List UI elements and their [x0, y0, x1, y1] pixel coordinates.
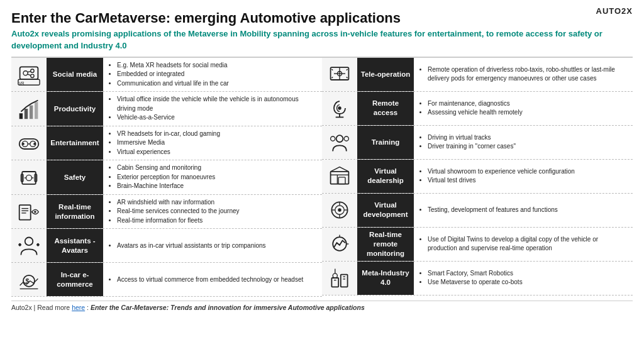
tele-operation-bullets: Remote operation of driverless robo-taxi…: [414, 58, 633, 91]
row-virtual-dealership: Virtual dealershipVirtual showroom to ex…: [322, 160, 633, 194]
bullet-item: Embedded or integrated: [117, 70, 317, 79]
ecommerce-icon: $: [11, 263, 47, 296]
assistants-bullets: Avatars as in-car virtual assistants or …: [103, 229, 322, 262]
left-column: VR Social mediaE.g. Meta XR headsets for…: [11, 58, 322, 297]
realtime-remote-bullets: Use of Digital Twins to develop a digita…: [414, 228, 633, 261]
bullet-item: For maintenance, diagnostics: [428, 99, 628, 109]
svg-point-49: [338, 209, 341, 212]
main-title: Enter the CarMetaverse: emerging Automot…: [11, 10, 633, 26]
svg-point-42: [344, 136, 348, 141]
row-real-time-info: Real-time informationAR windshield with …: [11, 195, 322, 229]
safety-label: Safety: [47, 160, 103, 194]
remote-access-bullets: For maintenance, diagnosticsAssessing ve…: [414, 92, 633, 125]
safety-icon: [11, 160, 47, 194]
bullet-item: Real-time services connected to the jour…: [117, 207, 317, 216]
svg-point-3: [31, 74, 34, 77]
productivity-icon: [11, 92, 47, 126]
bullet-item: Use of Digital Twins to develop a digita…: [428, 235, 628, 253]
training-label: Training: [357, 126, 414, 159]
realtime-remote-label: Real-time remote monitoring: [357, 228, 414, 261]
ecommerce-bullets: Access to virtual commerce from embedded…: [103, 263, 322, 296]
svg-rect-57: [331, 278, 338, 287]
svg-line-5: [28, 74, 31, 75]
footer-text: Auto2x | Read more here : Enter the Car-…: [11, 304, 365, 311]
productivity-label: Productivity: [47, 92, 103, 126]
row-assistants: Assistants - AvatarsAvatars as in-car vi…: [11, 229, 322, 263]
assistants-icon: [11, 229, 47, 262]
svg-point-19: [26, 175, 32, 180]
safety-bullets: Cabin Sensing and monitoringExterior per…: [103, 160, 322, 194]
row-training: TrainingDriving in virtual tracksDriver …: [322, 126, 633, 160]
row-entertainment: EntertainmentVR headsets for in-car, clo…: [11, 126, 322, 161]
bullet-item: E.g. Meta XR headsets for social media: [117, 61, 317, 70]
bullet-item: Virtual experiences: [117, 148, 317, 157]
svg-rect-10: [30, 106, 33, 119]
virtual-development-icon: [322, 194, 357, 227]
meta-industry-icon: [322, 262, 357, 295]
row-meta-industry: Meta-Industry 4.0Smart Factory, Smart Ro…: [322, 262, 633, 295]
bullet-item: Smart Factory, Smart Robotics: [428, 269, 628, 279]
svg-point-2: [31, 69, 34, 72]
entertainment-icon: [11, 126, 47, 160]
training-icon: [322, 126, 357, 159]
tele-operation-icon: [322, 58, 357, 91]
entertainment-bullets: VR headsets for in-car, cloud gamingImme…: [103, 126, 322, 160]
training-bullets: Driving in virtual tracksDriver training…: [414, 126, 633, 159]
productivity-bullets: Virtual office inside the vehicle while …: [103, 92, 322, 126]
ecommerce-label: In-car e-commerce: [47, 263, 103, 296]
entertainment-label: Entertainment: [47, 126, 103, 160]
svg-point-62: [333, 273, 337, 278]
bullet-item: Driving in virtual tracks: [428, 133, 628, 143]
bullet-item: Remote operation of driverless robo-taxi…: [428, 65, 628, 84]
footer: Auto2x | Read more here : Enter the Car-…: [11, 301, 633, 311]
brand-label: AUTO2X: [596, 6, 633, 16]
svg-rect-0: [20, 67, 38, 79]
row-remote-access: Remote accessFor maintenance, diagnostic…: [322, 92, 633, 126]
remote-access-icon: [322, 92, 357, 125]
bullet-item: Driver training in "corner cases": [428, 142, 628, 152]
bullet-item: Access to virtual commerce from embedded…: [117, 275, 317, 285]
subtitle: Auto2x reveals promising applications of…: [11, 28, 633, 51]
svg-rect-9: [25, 109, 28, 119]
svg-point-16: [22, 143, 25, 145]
row-productivity: ProductivityVirtual office inside the ve…: [11, 92, 322, 126]
social-media-bullets: E.g. Meta XR headsets for social mediaEm…: [103, 58, 322, 92]
bullet-item: Use Metaverse to operate co-bots: [428, 278, 628, 287]
social-media-label: Social media: [47, 58, 103, 92]
svg-line-4: [28, 71, 31, 72]
bullet-item: Communication and virtual life in the ca…: [117, 79, 317, 89]
bullet-item: Virtual test drives: [428, 176, 628, 185]
virtual-dealership-icon: [322, 160, 357, 193]
bullet-item: Exterior perception for manoeuvres: [117, 173, 317, 182]
bullet-item: VR headsets for in-car, cloud gaming: [117, 130, 317, 139]
page: AUTO2X Enter the CarMetaverse: emerging …: [0, 0, 644, 359]
svg-rect-24: [19, 205, 31, 219]
virtual-dealership-label: Virtual dealership: [357, 160, 414, 193]
svg-point-1: [23, 70, 28, 75]
bullet-item: Virtual showroom to experience vehicle c…: [428, 167, 628, 177]
assistants-label: Assistants - Avatars: [47, 229, 103, 262]
svg-point-41: [331, 136, 335, 141]
virtual-development-label: Virtual development: [357, 194, 414, 227]
bullet-item: Real-time information for fleets: [117, 216, 317, 226]
footer-link[interactable]: here: [72, 304, 85, 311]
bullet-item: Avatars as in-car virtual assistants or …: [117, 241, 317, 251]
tele-operation-label: Tele-operation: [357, 58, 414, 91]
virtual-development-bullets: Testing, development of features and fun…: [414, 194, 633, 227]
social-media-icon: VR: [11, 58, 47, 92]
svg-point-29: [25, 237, 33, 245]
bullet-item: Virtual office inside the vehicle while …: [117, 95, 317, 113]
meta-industry-label: Meta-Industry 4.0: [357, 262, 414, 295]
bullet-item: Cabin Sensing and monitoring: [117, 163, 317, 173]
svg-point-37: [338, 107, 341, 110]
svg-rect-8: [19, 113, 23, 119]
svg-rect-46: [338, 177, 345, 184]
svg-point-40: [336, 135, 343, 142]
svg-point-28: [34, 211, 36, 213]
bullet-item: Immersive Media: [117, 138, 317, 148]
right-column: Tele-operationRemote operation of driver…: [322, 58, 633, 297]
row-safety: SafetyCabin Sensing and monitoringExteri…: [11, 160, 322, 195]
row-tele-operation: Tele-operationRemote operation of driver…: [322, 58, 633, 92]
real-time-info-icon: [11, 195, 47, 229]
meta-industry-bullets: Smart Factory, Smart RoboticsUse Metaver…: [414, 262, 633, 295]
